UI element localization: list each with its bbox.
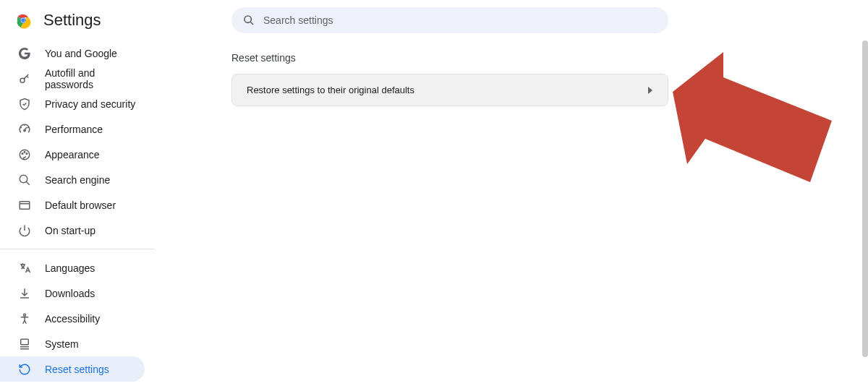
sidebar-item-label: Default browser xyxy=(45,200,116,211)
search-engine-icon xyxy=(17,173,32,187)
svg-point-3 xyxy=(244,16,251,22)
sidebar-item-label: Privacy and security xyxy=(45,98,135,110)
sidebar-item-reset-settings[interactable]: Reset settings xyxy=(0,356,145,382)
download-icon xyxy=(17,286,32,301)
sidebar: You and Google Autofill and passwords Pr… xyxy=(0,40,155,386)
svg-point-6 xyxy=(24,129,25,131)
svg-line-4 xyxy=(250,22,253,25)
svg-line-12 xyxy=(26,181,30,185)
search-input[interactable] xyxy=(263,14,657,26)
sidebar-item-label: Reset settings xyxy=(45,364,109,375)
system-icon xyxy=(17,337,32,351)
sidebar-item-startup[interactable]: On start-up xyxy=(0,218,145,243)
sidebar-item-label: System xyxy=(45,338,79,350)
sidebar-item-label: Appearance xyxy=(45,149,100,160)
sidebar-item-performance[interactable]: Performance xyxy=(0,116,145,142)
svg-rect-13 xyxy=(20,201,30,209)
sidebar-item-privacy[interactable]: Privacy and security xyxy=(0,91,145,116)
svg-point-15 xyxy=(24,314,26,316)
section-title: Reset settings xyxy=(231,52,668,64)
sidebar-item-label: Search engine xyxy=(45,174,110,186)
speedometer-icon xyxy=(17,122,32,137)
shield-icon xyxy=(17,97,32,111)
sidebar-item-downloads[interactable]: Downloads xyxy=(0,280,145,306)
google-icon xyxy=(17,46,32,61)
chevron-right-icon xyxy=(647,87,653,94)
translate-icon xyxy=(17,261,32,275)
sidebar-item-label: Languages xyxy=(45,262,95,274)
accessibility-icon xyxy=(17,312,32,326)
sidebar-item-label: Downloads xyxy=(45,288,95,299)
option-label: Restore settings to their original defau… xyxy=(247,85,414,95)
sidebar-item-accessibility[interactable]: Accessibility xyxy=(0,306,145,331)
scrollbar-thumb[interactable] xyxy=(862,40,868,357)
sidebar-item-languages[interactable]: Languages xyxy=(0,255,145,280)
key-icon xyxy=(17,72,32,86)
power-icon xyxy=(17,223,32,238)
sidebar-item-autofill[interactable]: Autofill and passwords xyxy=(0,66,145,91)
sidebar-scrollbar[interactable] xyxy=(862,40,868,386)
paint-icon xyxy=(17,147,32,162)
browser-icon xyxy=(17,198,32,213)
sidebar-item-search-engine[interactable]: Search engine xyxy=(0,167,145,192)
svg-point-9 xyxy=(24,151,25,153)
reset-icon xyxy=(17,362,32,377)
sidebar-item-system[interactable]: System xyxy=(0,331,145,356)
sidebar-item-label: Performance xyxy=(45,124,103,135)
main-content: Reset settings Restore settings to their… xyxy=(231,52,668,106)
annotation-arrow-icon xyxy=(665,52,846,211)
search-bar[interactable] xyxy=(231,7,668,33)
sidebar-item-label: Autofill and passwords xyxy=(45,67,136,90)
svg-point-10 xyxy=(26,153,27,154)
page-title: Settings xyxy=(43,11,101,30)
chrome-logo-icon xyxy=(14,12,32,29)
sidebar-item-label: You and Google xyxy=(45,48,117,59)
sidebar-item-you-and-google[interactable]: You and Google xyxy=(0,40,145,66)
svg-rect-16 xyxy=(21,339,29,345)
sidebar-item-label: On start-up xyxy=(45,225,95,236)
svg-point-8 xyxy=(22,153,23,154)
svg-point-11 xyxy=(20,175,27,183)
sidebar-item-default-browser[interactable]: Default browser xyxy=(0,192,145,218)
sidebar-item-label: Accessibility xyxy=(45,313,100,325)
search-icon xyxy=(243,14,255,26)
sidebar-item-appearance[interactable]: Appearance xyxy=(0,142,145,167)
restore-defaults-row[interactable]: Restore settings to their original defau… xyxy=(231,74,668,106)
sidebar-divider xyxy=(0,249,155,249)
